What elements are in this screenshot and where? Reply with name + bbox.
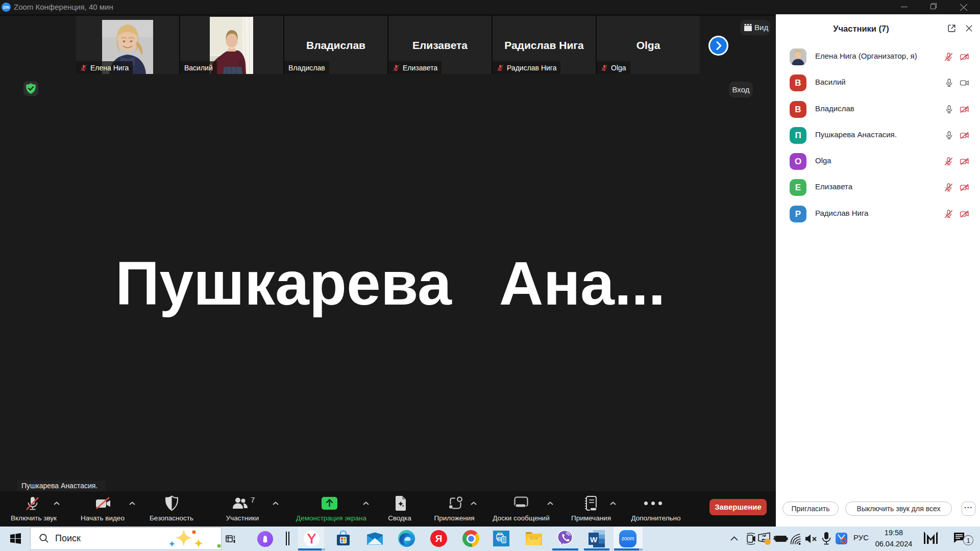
svg-text:W: W — [590, 535, 598, 544]
svg-text:1: 1 — [966, 537, 970, 544]
